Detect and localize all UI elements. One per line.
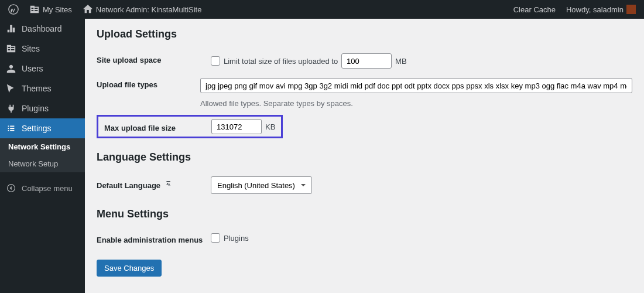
users-icon bbox=[6, 63, 16, 74]
heading-language-settings: Language Settings bbox=[97, 151, 632, 163]
submenu-network-setup[interactable]: Network Setup bbox=[0, 155, 85, 172]
admin-bar: My Sites Network Admin: KinstaMultiSite … bbox=[0, 0, 644, 19]
themes-icon bbox=[6, 83, 16, 94]
input-max-upload[interactable] bbox=[211, 119, 262, 134]
howdy-label: Howdy, saladmin bbox=[566, 5, 624, 14]
clear-cache-label: Clear Cache bbox=[513, 5, 556, 14]
network-admin-label: Network Admin: KinstaMultiSite bbox=[96, 5, 202, 14]
label-site-upload-space: Site upload space bbox=[97, 53, 211, 64]
settings-submenu: Network Settings Network Setup bbox=[0, 138, 85, 172]
input-upload-file-types[interactable] bbox=[200, 78, 632, 93]
row-site-upload-space: Site upload space Limit total size of fi… bbox=[97, 49, 632, 73]
save-button[interactable]: Save Changes bbox=[97, 260, 162, 277]
wp-logo-menu[interactable] bbox=[5, 0, 22, 19]
checkbox-limit-total[interactable] bbox=[211, 56, 220, 66]
sidebar-item-users[interactable]: Users bbox=[0, 59, 85, 79]
my-sites-label: My Sites bbox=[43, 5, 72, 14]
clear-cache-link[interactable]: Clear Cache bbox=[510, 0, 559, 19]
unit-mb: MB bbox=[395, 57, 407, 66]
select-default-language[interactable]: English (United States) bbox=[211, 176, 312, 194]
translate-icon bbox=[165, 179, 174, 188]
sidebar-item-settings[interactable]: Settings bbox=[0, 118, 85, 138]
admin-bar-right: Clear Cache Howdy, saladmin bbox=[510, 0, 639, 19]
sidebar-item-plugins[interactable]: Plugins bbox=[0, 98, 85, 118]
plugins-icon bbox=[6, 103, 16, 114]
sidebar-label-sites: Sites bbox=[22, 44, 40, 53]
label-plugins-checkbox: Plugins bbox=[224, 234, 249, 243]
collapse-icon bbox=[6, 183, 16, 193]
collapse-menu[interactable]: Collapse menu bbox=[0, 178, 85, 198]
label-upload-file-types: Upload file types bbox=[97, 78, 200, 89]
sidebar-item-dashboard[interactable]: Dashboard bbox=[0, 19, 85, 39]
sidebar-label-settings: Settings bbox=[22, 124, 52, 133]
row-enable-admin-menus: Enable administration menus Plugins bbox=[97, 229, 632, 249]
avatar bbox=[626, 5, 636, 14]
wordpress-icon bbox=[8, 4, 19, 15]
highlight-max-upload: Max upload file size KB bbox=[97, 115, 283, 138]
network-admin-menu[interactable]: Network Admin: KinstaMultiSite bbox=[79, 0, 205, 19]
my-sites-menu[interactable]: My Sites bbox=[26, 0, 76, 19]
admin-bar-left: My Sites Network Admin: KinstaMultiSite bbox=[5, 0, 205, 19]
sidebar-label-themes: Themes bbox=[22, 84, 52, 93]
unit-kb: KB bbox=[265, 122, 275, 131]
admin-sidebar: Dashboard Sites Users Themes Plugins Set… bbox=[0, 19, 85, 293]
dashboard-icon bbox=[6, 23, 16, 34]
label-limit-total: Limit total size of files uploaded to bbox=[224, 57, 338, 66]
sites-icon bbox=[6, 43, 16, 54]
label-default-language: Default Language bbox=[97, 176, 211, 190]
row-default-language: Default Language English (United States) bbox=[97, 172, 632, 199]
sites-icon bbox=[29, 4, 40, 15]
main-content: Upload Settings Site upload space Limit … bbox=[85, 19, 644, 293]
sidebar-label-users: Users bbox=[22, 64, 43, 73]
sidebar-item-sites[interactable]: Sites bbox=[0, 39, 85, 59]
submenu-network-settings[interactable]: Network Settings bbox=[0, 138, 85, 155]
checkbox-plugins[interactable] bbox=[211, 233, 220, 243]
sidebar-label-plugins: Plugins bbox=[22, 104, 49, 113]
collapse-label: Collapse menu bbox=[22, 184, 73, 193]
desc-upload-file-types: Allowed file types. Separate types by sp… bbox=[200, 99, 632, 108]
heading-menu-settings: Menu Settings bbox=[97, 208, 632, 220]
label-max-upload: Max upload file size bbox=[104, 121, 211, 132]
sidebar-label-dashboard: Dashboard bbox=[22, 24, 62, 33]
label-enable-admin-menus: Enable administration menus bbox=[97, 233, 211, 244]
heading-upload-settings: Upload Settings bbox=[97, 28, 632, 40]
input-limit-total-mb[interactable] bbox=[341, 53, 392, 69]
settings-icon bbox=[6, 123, 16, 134]
sidebar-item-themes[interactable]: Themes bbox=[0, 79, 85, 98]
row-upload-file-types: Upload file types Allowed file types. Se… bbox=[97, 73, 632, 113]
home-icon bbox=[83, 4, 93, 15]
howdy-menu[interactable]: Howdy, saladmin bbox=[563, 0, 639, 19]
